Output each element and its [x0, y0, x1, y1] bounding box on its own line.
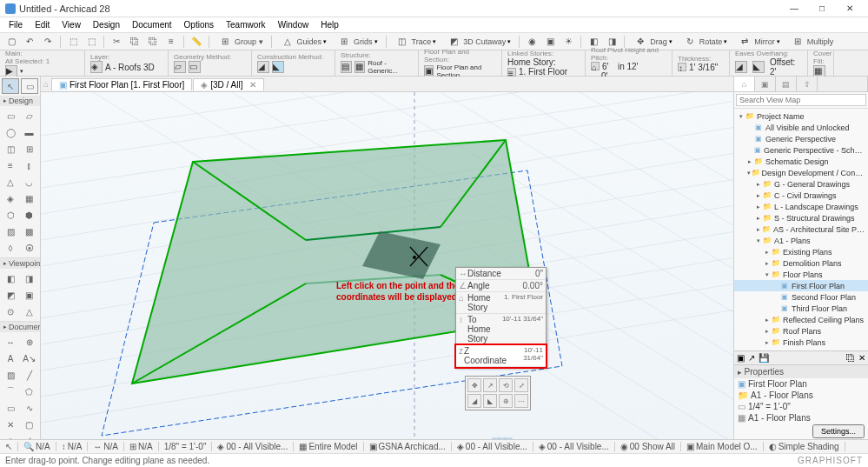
tree-node-6[interactable]: ▸📁G - General Drawings [734, 178, 868, 190]
tree-node-17[interactable]: ▣Third Floor Plan [734, 303, 868, 314]
favorites-icon[interactable]: ⬚ [83, 35, 99, 49]
pet-7[interactable]: ⊕ [499, 394, 513, 408]
pet-1[interactable]: ✥ [467, 378, 481, 392]
dim-tool[interactable]: ↔ [2, 334, 19, 350]
tree-node-15[interactable]: ▣First Floor Plan [734, 280, 868, 291]
tab-floor-plan[interactable]: ▣First Floor Plan [1. First Floor] [51, 78, 192, 90]
menu-window[interactable]: Window [273, 19, 315, 30]
main-tool-icon[interactable]: ▶ [5, 65, 17, 77]
eaves-icon-1[interactable]: ◢ [735, 61, 747, 73]
navigator-tree[interactable]: ▾📁Project Name▣All Visible and Unlocked▣… [734, 109, 868, 350]
geom-icon-1[interactable]: ▱ [174, 61, 186, 73]
tab-3d[interactable]: ◈[3D / All]✕ [193, 78, 263, 90]
zone-tool[interactable]: ▨ [2, 223, 19, 239]
cover-icon[interactable]: ▦ [813, 65, 825, 77]
pivot-h[interactable]: 6' [602, 62, 608, 71]
cutaway-icon[interactable]: ◩ [446, 35, 461, 49]
status-layers-icon[interactable]: ◈ [217, 442, 224, 451]
menu-options[interactable]: Options [179, 19, 219, 30]
maximize-button[interactable]: □ [809, 1, 835, 17]
multiply-label[interactable]: Multiply [807, 37, 834, 46]
eaves-icon-2[interactable]: ◣ [752, 61, 765, 73]
minimize-button[interactable]: — [781, 1, 807, 17]
close-tab-icon[interactable]: ✕ [249, 80, 256, 90]
mesh-tool[interactable]: ▩ [21, 223, 38, 239]
trace-icon[interactable]: ◫ [394, 35, 410, 49]
tree-node-10[interactable]: ▸📁AS - Architectural Site Plans [734, 223, 868, 235]
elevation-tool[interactable]: ◨ [21, 270, 38, 286]
nav-new-icon[interactable]: ▣ [737, 353, 745, 363]
copy-icon[interactable]: ⿻ [127, 35, 142, 49]
tree-node-0[interactable]: ▾📁Project Name [734, 110, 868, 122]
thick-value[interactable]: 1' 3/16" [689, 63, 718, 72]
morph-tool[interactable]: ⬡ [2, 207, 19, 223]
tree-node-11[interactable]: ▾📁A1 - Plans [734, 235, 868, 246]
pet-4[interactable]: ⤢ [514, 378, 528, 392]
door-tool[interactable]: ◫ [2, 141, 19, 157]
pivot-icon[interactable]: ⌂ [591, 62, 600, 70]
hotspot-tool[interactable]: ✕ [2, 417, 19, 432]
detail-tool[interactable]: ⊙ [2, 304, 19, 319]
tree-node-16[interactable]: ▣Second Floor Plan [734, 291, 868, 303]
skylight-tool[interactable]: ◈ [2, 190, 19, 206]
tree-node-3[interactable]: ▣Generic Perspective - Schematic [734, 144, 868, 156]
pet-5[interactable]: ◢ [467, 394, 481, 408]
tracker-row-home-story[interactable]: ⌂Home Story1. First Floor [456, 292, 546, 314]
guides-label[interactable]: Guides [297, 37, 322, 46]
spline-tool[interactable]: ∿ [21, 400, 38, 416]
layer-icon[interactable]: ◈ [90, 61, 103, 73]
opening-tool[interactable]: ◊ [2, 240, 19, 256]
menu-view[interactable]: View [56, 19, 86, 30]
rotate-icon[interactable]: ↻ [682, 35, 698, 49]
wall-tool[interactable]: ▭ [2, 108, 19, 123]
menu-document[interactable]: Document [127, 19, 177, 30]
pet-2[interactable]: ↗ [483, 378, 497, 392]
cons-icon-1[interactable]: ◢ [257, 61, 269, 73]
close-button[interactable]: ✕ [837, 1, 863, 17]
pet-8[interactable]: ⋯ [514, 394, 528, 408]
tree-node-13[interactable]: ▸📁Demolition Plans [734, 257, 868, 269]
guides-icon[interactable]: △ [280, 35, 295, 49]
beam-tool[interactable]: ▬ [21, 124, 38, 140]
story-icon[interactable]: ≡ [507, 68, 516, 77]
radial-tool[interactable]: ⊛ [2, 433, 19, 439]
menu-help[interactable]: Help [315, 19, 344, 30]
tree-node-7[interactable]: ▸📁C - Civil Drawings [734, 190, 868, 201]
tree-node-18[interactable]: ▸📁Reflected Ceiling Plans [734, 314, 868, 325]
nav-open-icon[interactable]: ↗ [748, 353, 755, 363]
status-shading-icon[interactable]: ◐ [769, 442, 777, 451]
toolbox-design-header[interactable]: Design [0, 96, 40, 106]
tree-node-12[interactable]: ▸📁Existing Plans [734, 246, 868, 257]
worksheet-tool[interactable]: ▣ [21, 287, 38, 303]
ie-tool[interactable]: ◩ [2, 287, 19, 303]
marquee-tool[interactable]: ▭ [21, 78, 38, 94]
cut-icon[interactable]: ✂ [109, 35, 124, 49]
pet-6[interactable]: ◣ [483, 394, 497, 408]
poly-tool[interactable]: ⬠ [21, 384, 38, 399]
menu-file[interactable]: File [3, 19, 28, 30]
thick-icon[interactable]: ↕ [678, 63, 686, 71]
nav-dup-icon[interactable]: ⿻ [846, 353, 855, 363]
3d-viewport[interactable]: Left click on the point and thecoordinat… [41, 92, 733, 439]
drawing-tool[interactable]: ▭ [2, 400, 19, 416]
struct-value[interactable]: Roof - Generic... [368, 59, 413, 75]
home-story-value[interactable]: 1. First Floor [519, 67, 567, 77]
tracker-row-to-home-story[interactable]: ↕To Home Story10'-11 31/64" [456, 314, 546, 345]
struct-icon-2[interactable]: ▦ [354, 61, 366, 73]
curtain-tool[interactable]: ▦ [21, 190, 38, 206]
nav-tab-project[interactable]: ⌂ [734, 77, 755, 91]
grids-icon[interactable]: ⊞ [336, 35, 352, 49]
camera-icon[interactable]: ▣ [542, 35, 558, 49]
status-model-icon[interactable]: ▦ [299, 442, 307, 451]
paste-icon[interactable]: ⿻ [145, 35, 161, 49]
drag-label[interactable]: Drag [650, 37, 667, 46]
figure-tool[interactable]: ▢ [21, 417, 38, 432]
arrow-tool[interactable]: ↖ [2, 78, 19, 94]
mirror-icon[interactable]: ⇄ [737, 35, 752, 49]
status-i4[interactable]: ⊞ [129, 442, 136, 451]
nav-save-icon[interactable]: 💾 [759, 353, 769, 363]
tree-node-20[interactable]: ▸📁Finish Plans [734, 337, 868, 348]
shell-tool[interactable]: ◡ [21, 174, 38, 190]
settings-button[interactable]: Settings... [812, 424, 865, 438]
tree-node-8[interactable]: ▸📁L - Landscape Drawings [734, 201, 868, 212]
